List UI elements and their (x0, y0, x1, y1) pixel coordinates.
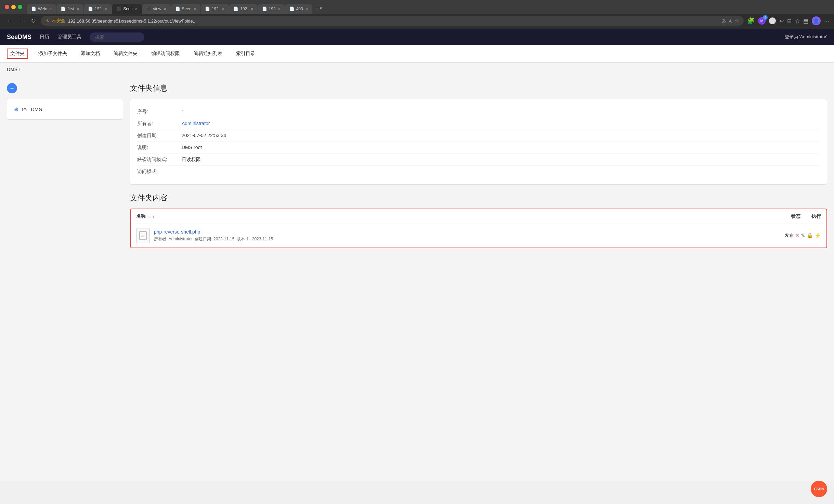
info-label-desc: 说明: (137, 145, 182, 151)
toolbar-btn-index[interactable]: 索引目录 (233, 49, 259, 59)
tab-title: 192 (269, 6, 276, 11)
sort-icons[interactable]: ↕↓↑ (148, 214, 155, 219)
tab-favicon: 📄 (233, 6, 238, 11)
info-row-owner: 所有者: Administrator (137, 118, 820, 130)
tab-favicon: ⬛ (146, 6, 151, 11)
toolbar-btn-edit-notify[interactable]: 编辑通知列表 (190, 49, 226, 59)
search-input[interactable] (90, 32, 144, 42)
toolbar-btn-folder[interactable]: 文件夹 (7, 49, 28, 59)
tab-192b[interactable]: 📄 192. ✕ (201, 4, 229, 14)
tab-favicon: 📄 (88, 6, 93, 11)
traffic-light-red[interactable] (5, 5, 9, 9)
nav-item-calendar[interactable]: 日历 (40, 32, 49, 41)
content-table: 名称 ↕↓↑ 状态 执行 (130, 209, 827, 248)
back-button[interactable]: ← (5, 16, 14, 26)
folder-content-title: 文件夹内容 (130, 193, 827, 203)
tab-view[interactable]: ⬛ view ✕ (142, 4, 171, 14)
browser-actions: 🧩 M 8 ↩ ⊟ ☆ ⬒ 👤 ··· (747, 16, 829, 25)
tab-close-icon[interactable]: ✕ (164, 7, 167, 11)
user-label: 登录为 'Administrator' (785, 34, 827, 40)
extensions-icon[interactable]: 🧩 (747, 17, 755, 25)
profile-badge-icon[interactable]: M 8 (758, 17, 766, 25)
traffic-light-yellow[interactable] (11, 5, 16, 9)
forward-button[interactable]: → (17, 16, 26, 26)
avatar[interactable]: 👤 (812, 16, 821, 25)
file-doc-icon (139, 231, 147, 240)
table-row: php-reverse-shell.php 所有者: Administrator… (131, 224, 826, 248)
tab-close-icon[interactable]: ✕ (305, 7, 308, 11)
info-value-owner[interactable]: Administrator (182, 121, 210, 127)
folder-info-table: 序号: 1 所有者: Administrator 创建日期: 2021-07-0… (130, 99, 827, 185)
tab-192d[interactable]: 📄 192 ✕ (258, 4, 285, 14)
collapse-button[interactable]: − (7, 83, 17, 93)
delete-icon[interactable]: ✕ (795, 233, 799, 239)
col-name-label: 名称 (136, 213, 146, 220)
tabs-container: 📄 Welc ✕ 📄 first ✕ 📄 192. ✕ ⬛ Seec ✕ (27, 0, 834, 14)
folder-icon: 🗁 (22, 106, 27, 112)
favorites-icon[interactable]: ☆ (795, 18, 800, 24)
tab-title: Seec (123, 6, 132, 11)
info-label-default-access: 缺省访问模式: (137, 157, 182, 163)
tab-close-icon[interactable]: ✕ (250, 7, 253, 11)
tab-403[interactable]: 📄 403 ✕ (285, 4, 312, 14)
table-header: 名称 ↕↓↑ 状态 执行 (131, 209, 826, 224)
edit-icon[interactable]: ✎ (801, 233, 805, 239)
translate-icon: あ (721, 18, 726, 24)
tab-favicon: 📄 (262, 6, 267, 11)
toolbar-btn-add-doc[interactable]: 添加文档 (77, 49, 103, 59)
tab-seed2[interactable]: 📄 Seec ✕ (171, 4, 200, 14)
tab-192a[interactable]: 📄 192. ✕ (84, 4, 112, 14)
lightning-icon[interactable]: ⚡ (815, 233, 821, 239)
address-bar[interactable]: ⚠ 不安全 192.168.56.35/seeddms51x/seeddms-5… (41, 16, 744, 26)
tab-title: 192. (240, 6, 248, 11)
info-row-access: 访问模式: (137, 166, 820, 177)
info-row-default-access: 缺省访问模式: 只读权限 (137, 154, 820, 166)
circle-icon[interactable] (769, 17, 776, 24)
read-mode-icon: A (729, 18, 732, 24)
back-arrow-icon[interactable]: ↩ (779, 18, 784, 24)
info-value-date: 2021-07-02 22:53:34 (182, 133, 226, 139)
app-logo: SeeDMS (7, 34, 31, 41)
tab-192c[interactable]: 📄 192. ✕ (229, 4, 257, 14)
tab-close-icon[interactable]: ✕ (278, 7, 281, 11)
tab-close-icon[interactable]: ✕ (193, 7, 196, 11)
folder-name[interactable]: DMS (31, 106, 42, 112)
lock-icon[interactable]: 🔒 (807, 233, 813, 239)
security-warning-label: 不安全 (52, 18, 65, 24)
breadcrumb-dms[interactable]: DMS (7, 67, 17, 72)
folder-content-section: 文件夹内容 名称 ↕↓↑ 状态 执行 (130, 193, 827, 248)
tab-title: 192. (95, 6, 103, 11)
sidebar-icon[interactable]: ⊟ (787, 18, 792, 24)
tab-close-icon[interactable]: ✕ (222, 7, 225, 11)
tab-close-icon[interactable]: ✕ (49, 7, 52, 11)
breadcrumb-separator: / (19, 67, 20, 72)
toolbar-btn-edit-folder[interactable]: 编辑文件夹 (110, 49, 141, 59)
traffic-light-green[interactable] (18, 5, 22, 9)
tab-first[interactable]: 📄 first ✕ (56, 4, 83, 14)
star-icon[interactable]: ☆ (734, 18, 739, 24)
toolbar-btn-edit-access[interactable]: 编辑访问权限 (148, 49, 183, 59)
tab-seed-active[interactable]: ⬛ Seec ✕ (112, 4, 142, 14)
refresh-button[interactable]: ↻ (29, 16, 37, 26)
tab-welc[interactable]: 📄 Welc ✕ (27, 4, 56, 14)
screenshot-icon[interactable]: ⬒ (803, 18, 808, 24)
tab-bar-area: 📄 Welc ✕ 📄 first ✕ 📄 192. ✕ ⬛ Seec ✕ (0, 0, 834, 14)
ellipsis-icon[interactable]: ··· (824, 17, 829, 25)
file-name-link[interactable]: php-reverse-shell.php (154, 229, 773, 235)
tab-close-icon[interactable]: ✕ (76, 7, 79, 11)
info-label-id: 序号: (137, 109, 182, 115)
info-label-access: 访问模式: (137, 169, 182, 175)
tab-close-icon[interactable]: ✕ (135, 7, 138, 11)
toolbar-btn-add-subfolder[interactable]: 添加子文件夹 (35, 49, 70, 59)
breadcrumb: DMS / (0, 63, 834, 76)
tab-close-icon[interactable]: ✕ (105, 7, 108, 11)
nav-item-admin-tools[interactable]: 管理员工具 (57, 32, 81, 41)
info-value-id: 1 (182, 109, 184, 115)
tab-title: Welc (38, 6, 47, 11)
notification-badge: 8 (763, 15, 768, 20)
toolbar: 文件夹 添加子文件夹 添加文档 编辑文件夹 编辑访问权限 编辑通知列表 索引目录 (0, 45, 834, 63)
tab-title: 192. (212, 6, 220, 11)
file-info: php-reverse-shell.php 所有者: Administrator… (151, 229, 773, 242)
new-tab-button[interactable]: + ▾ (313, 3, 325, 14)
plus-icon: + (315, 5, 318, 11)
